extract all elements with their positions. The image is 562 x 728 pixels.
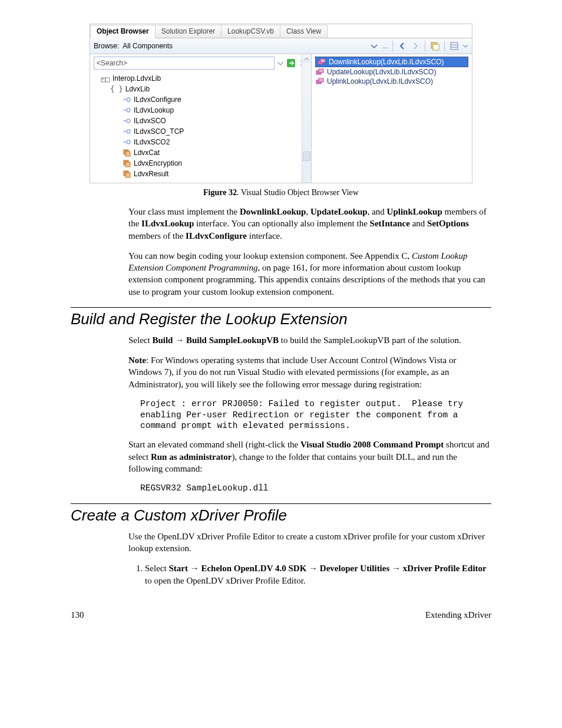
paragraph-note: Note: For Windows operating systems that… <box>128 354 491 390</box>
svg-point-10 <box>127 108 130 112</box>
footer-title: Extending xDriver <box>425 610 491 620</box>
tree-class[interactable]: LdvxCat <box>94 147 308 158</box>
svg-rect-7 <box>105 78 110 82</box>
svg-rect-19 <box>125 151 130 156</box>
tree-class[interactable]: LdvxResult <box>94 169 308 179</box>
ob-tabs: Object Browser Solution Explorer LookupC… <box>90 24 472 38</box>
member-item[interactable]: UpdateLookup(LdvxLib.ILdvxSCO) <box>315 67 468 77</box>
tree-interface[interactable]: ILdvxLookup <box>94 105 308 116</box>
tree-interface[interactable]: ILdvxSCO_TCP <box>94 126 308 137</box>
tab-solution-explorer[interactable]: Solution Explorer <box>155 25 222 38</box>
tree-interface[interactable]: ILdvxConfigure <box>94 94 308 105</box>
browse-label: Browse: <box>94 42 119 50</box>
heading-create-profile: Create a Custom xDriver Profile <box>71 503 491 525</box>
paragraph-appendix: You can now begin coding your lookup ext… <box>128 250 491 298</box>
tree-assembly[interactable]: Interop.LdvxLib <box>94 73 308 84</box>
ob-left-pane: <Search> Interop.LdvxLib { } LdvxLib ILd… <box>90 54 312 183</box>
tree-interface[interactable]: ILdvxSCO <box>94 116 308 126</box>
svg-rect-27 <box>319 69 323 73</box>
code-error: Project : error PRJ0050: Failed to regis… <box>140 398 491 432</box>
steps-list: Select Start → Echelon OpenLDV 4.0 SDK →… <box>145 562 491 587</box>
more-icon[interactable]: ... <box>382 42 388 50</box>
settings-icon[interactable] <box>430 41 439 51</box>
back-arrow-icon[interactable] <box>398 41 407 51</box>
browse-value[interactable]: All Components <box>123 42 181 50</box>
svg-rect-29 <box>319 78 323 82</box>
left-scrollbar[interactable] <box>302 54 311 183</box>
paragraph-elevated: Start an elevated command shell (right-c… <box>128 439 491 475</box>
svg-rect-2 <box>451 42 458 50</box>
member-item[interactable]: DownlinkLookup(LdvxLib.ILdvxSCO) <box>315 57 468 67</box>
object-tree[interactable]: Interop.LdvxLib { } LdvxLib ILdvxConfigu… <box>94 73 308 179</box>
ob-body: <Search> Interop.LdvxLib { } LdvxLib ILd… <box>90 54 472 183</box>
tree-class[interactable]: LdvxEncryption <box>94 158 308 169</box>
tab-lookupcsv[interactable]: LookupCSV.vb <box>221 25 280 38</box>
paragraph-implement: Your class must implement the DownlinkLo… <box>128 206 491 242</box>
step-1: Select Start → Echelon OpenLDV 4.0 SDK →… <box>145 562 491 587</box>
paragraph-build: Select Build → Build SampleLookupVB to b… <box>128 334 491 346</box>
forward-arrow-icon[interactable] <box>411 41 420 51</box>
svg-rect-1 <box>433 44 439 50</box>
view-dropdown-icon[interactable] <box>462 41 468 51</box>
heading-build-register: Build and Register the Lookup Extension <box>71 307 491 328</box>
page-footer: 130 Extending xDriver <box>71 610 491 620</box>
tab-object-browser[interactable]: Object Browser <box>90 25 156 38</box>
view-icon[interactable] <box>449 41 459 51</box>
tree-namespace[interactable]: { } LdvxLib <box>94 84 308 94</box>
dropdown-icon[interactable] <box>369 41 379 51</box>
figure-caption: Figure 32. Visual Studio Object Browser … <box>71 188 491 197</box>
ob-toolbar: Browse: All Components ... <box>90 38 472 54</box>
tab-class-view[interactable]: Class View <box>280 25 328 38</box>
member-item[interactable]: UplinkLookup(LdvxLib.ILdvxSCO) <box>315 77 468 86</box>
code-regsvr: REGSVR32 SampleLookup.dll <box>140 483 491 494</box>
search-dropdown-icon[interactable] <box>277 58 284 68</box>
paragraph-profile-intro: Use the OpenLDV xDriver Profile Editor t… <box>128 531 491 555</box>
svg-rect-23 <box>125 173 130 177</box>
search-go-icon[interactable] <box>286 58 296 68</box>
svg-rect-21 <box>125 162 130 167</box>
search-input[interactable]: <Search> <box>94 57 275 70</box>
svg-point-16 <box>127 140 130 144</box>
svg-point-8 <box>127 98 130 101</box>
tree-interface[interactable]: ILdvxSCO2 <box>94 137 308 147</box>
page-number: 130 <box>71 610 84 620</box>
ob-members-pane: DownlinkLookup(LdvxLib.ILdvxSCO) UpdateL… <box>312 54 472 183</box>
svg-rect-25 <box>320 59 325 62</box>
object-browser-figure: Object Browser Solution Explorer LookupC… <box>90 24 472 183</box>
svg-point-12 <box>127 119 130 123</box>
svg-point-14 <box>127 130 130 133</box>
